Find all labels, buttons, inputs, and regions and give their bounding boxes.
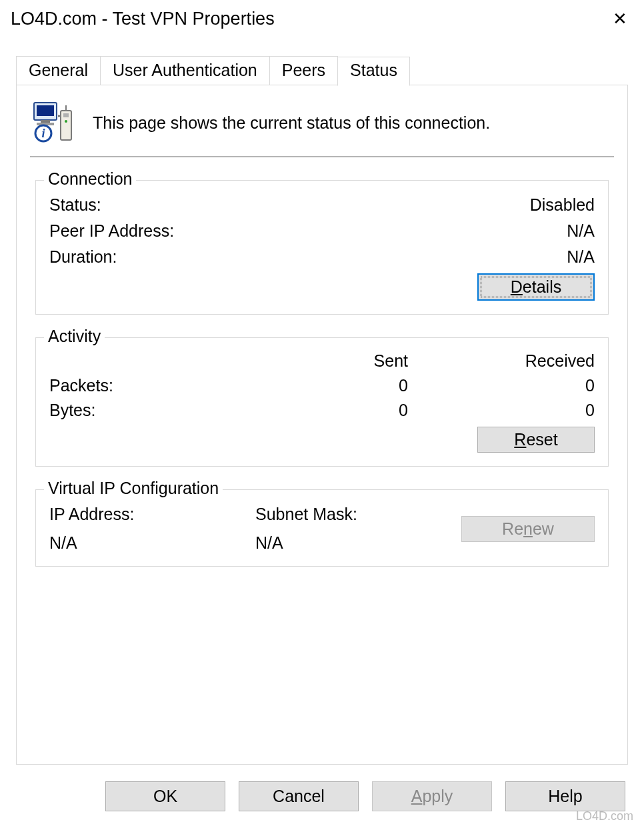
svg-rect-7 <box>63 113 69 117</box>
details-button-accesskey: D <box>511 277 523 296</box>
svg-rect-1 <box>37 105 54 116</box>
subnet-mask-label: Subnet Mask: <box>255 505 461 524</box>
received-header: Received <box>408 351 595 371</box>
help-button[interactable]: Help <box>505 781 625 811</box>
ip-address-value: N/A <box>49 533 255 553</box>
details-button-rest: etails <box>523 277 561 296</box>
intro-row: i This page shows the current status of … <box>30 99 614 156</box>
renew-button-pre: Re <box>502 519 523 538</box>
group-connection: Connection Status: Disabled Peer IP Addr… <box>35 180 609 315</box>
client-area: General User Authentication Peers Status… <box>0 37 644 773</box>
window-title: LO4D.com - Test VPN Properties <box>11 9 607 29</box>
renew-button-accesskey: n <box>523 519 533 538</box>
divider <box>30 156 614 157</box>
renew-button-post: ew <box>533 519 554 538</box>
duration-label: Duration: <box>49 247 117 267</box>
svg-text:i: i <box>41 127 45 140</box>
group-virtual-ip: Virtual IP Configuration IP Address: N/A… <box>35 489 609 567</box>
peer-ip-label: Peer IP Address: <box>49 221 174 241</box>
ok-button[interactable]: OK <box>105 781 225 811</box>
reset-button-accesskey: R <box>514 430 526 449</box>
cancel-button[interactable]: Cancel <box>239 781 359 811</box>
tab-peers[interactable]: Peers <box>269 56 338 85</box>
svg-point-8 <box>65 120 67 123</box>
close-icon[interactable]: ✕ <box>607 9 633 29</box>
action-bar: OK Cancel Apply Help <box>0 781 644 811</box>
group-activity: Activity Sent Received Packets: 0 0 Byte… <box>35 337 609 467</box>
group-activity-label: Activity <box>44 327 105 346</box>
renew-button: Renew <box>461 516 595 542</box>
intro-text: This page shows the current status of th… <box>93 113 490 133</box>
titlebar: LO4D.com - Test VPN Properties ✕ <box>0 0 644 37</box>
packets-label: Packets: <box>49 376 275 395</box>
status-value: Disabled <box>530 195 595 215</box>
bytes-sent: 0 <box>275 401 408 420</box>
svg-rect-2 <box>41 120 50 123</box>
apply-button-accesskey: A <box>411 787 423 805</box>
ip-address-label: IP Address: <box>49 505 255 524</box>
bytes-received: 0 <box>408 401 595 420</box>
packets-received: 0 <box>408 376 595 395</box>
reset-button-rest: eset <box>526 430 557 449</box>
window: LO4D.com - Test VPN Properties ✕ General… <box>0 0 644 826</box>
sent-header: Sent <box>275 351 408 371</box>
status-label: Status: <box>49 195 101 215</box>
tab-strip: General User Authentication Peers Status <box>16 56 628 85</box>
tab-status[interactable]: Status <box>337 57 410 86</box>
tab-general[interactable]: General <box>16 56 101 85</box>
duration-value: N/A <box>567 247 595 267</box>
connection-status-icon: i <box>33 101 75 144</box>
activity-empty-header <box>49 351 275 371</box>
group-connection-label: Connection <box>44 169 136 189</box>
watermark: LO4D.com <box>576 809 633 823</box>
subnet-mask-value: N/A <box>255 533 461 553</box>
details-button[interactable]: Details <box>477 273 595 301</box>
tab-panel-status: i This page shows the current status of … <box>16 85 628 765</box>
tab-user-authentication[interactable]: User Authentication <box>100 56 270 85</box>
apply-button: Apply <box>372 781 492 811</box>
peer-ip-value: N/A <box>567 221 595 241</box>
bytes-label: Bytes: <box>49 401 275 420</box>
reset-button[interactable]: Reset <box>477 427 595 453</box>
packets-sent: 0 <box>275 376 408 395</box>
apply-button-rest: pply <box>422 787 453 805</box>
group-virtual-ip-label: Virtual IP Configuration <box>44 479 223 498</box>
